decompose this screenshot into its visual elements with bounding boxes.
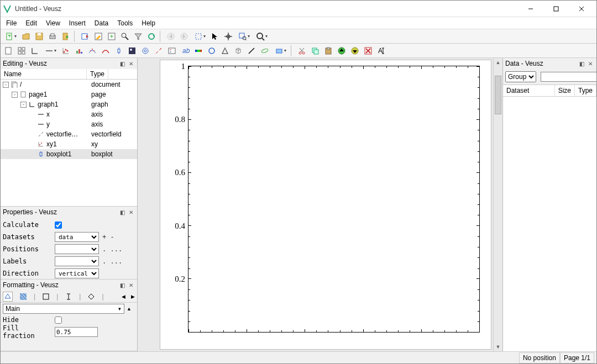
fmt-tab-border[interactable] <box>41 292 51 302</box>
fmt-tab-marker[interactable] <box>86 292 96 302</box>
undock-icon[interactable]: ◧ <box>118 60 126 67</box>
menu-tools[interactable]: Tools <box>114 18 136 28</box>
add-contour-icon[interactable] <box>139 45 151 57</box>
tree-row[interactable]: -/document <box>1 80 137 89</box>
import-data-button[interactable] <box>79 30 91 43</box>
new-doc-button[interactable]: + <box>2 30 19 43</box>
crosshair-button[interactable] <box>222 30 234 43</box>
delete-button[interactable] <box>362 45 374 57</box>
add-3d-icon[interactable] <box>232 45 244 57</box>
tree-row[interactable]: boxplot1boxplot <box>1 149 137 159</box>
tabs-scroll-right-icon[interactable]: ▶ <box>131 294 135 299</box>
move-up-button[interactable] <box>336 45 348 57</box>
move-down-button[interactable] <box>349 45 361 57</box>
tree-row[interactable]: vectorfie…vectorfield <box>1 129 137 139</box>
close-button[interactable] <box>569 1 594 17</box>
undock-icon[interactable]: ◧ <box>118 208 126 216</box>
menu-help[interactable]: Help <box>138 18 159 28</box>
add-line-icon[interactable] <box>245 45 258 57</box>
menu-insert[interactable]: Insert <box>66 18 89 28</box>
paste-button[interactable] <box>322 45 334 57</box>
svg-line-55 <box>156 51 158 54</box>
rename-button[interactable]: A <box>375 45 387 57</box>
prop-combo[interactable]: data <box>55 232 99 242</box>
fmt-input[interactable] <box>55 327 98 337</box>
prop-combo[interactable]: vertical <box>55 268 99 278</box>
export-button[interactable] <box>60 30 72 43</box>
add-image-icon[interactable] <box>126 45 138 57</box>
add-boxplot-icon[interactable] <box>113 45 125 57</box>
create-data-button[interactable]: + <box>106 30 118 43</box>
add-function-icon[interactable] <box>100 45 112 57</box>
svg-rect-43 <box>78 49 80 54</box>
zoom-graph-button[interactable] <box>235 30 252 43</box>
add-ellipse-icon[interactable] <box>206 45 218 57</box>
copy-button[interactable] <box>309 45 321 57</box>
data-search-input[interactable] <box>541 72 597 82</box>
close-panel-icon[interactable]: ✕ <box>586 60 594 67</box>
undock-icon[interactable]: ◧ <box>118 281 126 289</box>
fmt-tab-fill[interactable] <box>18 292 28 302</box>
add-bar-icon[interactable] <box>73 45 85 57</box>
print-button[interactable] <box>46 30 59 43</box>
svg-rect-1 <box>554 7 558 11</box>
filter-button[interactable] <box>132 30 144 43</box>
undock-icon[interactable]: ◧ <box>578 60 585 67</box>
add-xy-icon[interactable] <box>60 45 72 57</box>
close-panel-icon[interactable]: ✕ <box>127 60 135 67</box>
tree-row[interactable]: -page1page <box>1 89 137 99</box>
prop-label: Direction <box>3 270 53 277</box>
add-triangle-icon[interactable] <box>219 45 231 57</box>
menu-view[interactable]: View <box>43 18 64 28</box>
tree-row[interactable]: yaxis <box>1 119 137 129</box>
formatting-section-combo[interactable]: Main▾ <box>3 304 124 314</box>
add-grid-icon[interactable] <box>15 45 28 57</box>
close-panel-icon[interactable]: ✕ <box>127 208 135 216</box>
add-axis-icon[interactable] <box>42 45 59 57</box>
tabs-scroll-left-icon[interactable]: ◀ <box>122 294 125 299</box>
zoom-page-button[interactable] <box>253 30 270 43</box>
fmt-checkbox[interactable] <box>55 316 62 324</box>
cut-button[interactable] <box>296 45 308 57</box>
add-shape-icon[interactable] <box>272 45 289 57</box>
open-button[interactable] <box>20 30 32 43</box>
svg-rect-103 <box>43 294 49 299</box>
menu-file[interactable]: File <box>3 18 20 28</box>
widget-tree[interactable]: -/document-page1page-graph1graphxaxisyax… <box>1 80 137 206</box>
save-button[interactable] <box>33 30 45 43</box>
add-label-icon[interactable]: ab <box>179 45 191 57</box>
next-page-button[interactable] <box>178 30 190 43</box>
data-group-select[interactable]: Group <box>505 71 536 82</box>
maximize-button[interactable] <box>543 1 569 17</box>
add-fit-icon[interactable] <box>86 45 98 57</box>
capture-button[interactable] <box>119 30 131 43</box>
fmt-scroll-up-icon[interactable]: ▲ <box>127 306 132 312</box>
tree-row[interactable]: -graph1graph <box>1 99 137 109</box>
prop-checkbox[interactable] <box>55 221 62 229</box>
edit-data-button[interactable] <box>92 30 104 43</box>
plot-area[interactable]: 0.20.40.60.81 <box>188 66 480 333</box>
pointer-button[interactable] <box>209 30 221 43</box>
tree-row[interactable]: xaxis <box>1 109 137 119</box>
prop-combo[interactable] <box>55 244 99 254</box>
fmt-tab-main[interactable] <box>3 292 13 302</box>
add-colorbar-icon[interactable] <box>192 45 205 57</box>
add-key-icon[interactable] <box>166 45 178 57</box>
add-graph-icon[interactable] <box>29 45 41 57</box>
prop-combo[interactable] <box>55 256 99 266</box>
menu-data[interactable]: Data <box>91 18 112 28</box>
tree-row[interactable]: xy1xy <box>1 139 137 149</box>
reload-button[interactable] <box>145 30 158 43</box>
data-table-body[interactable] <box>503 97 596 351</box>
add-page-icon[interactable] <box>2 45 14 57</box>
prev-page-button[interactable] <box>165 30 177 43</box>
minimize-button[interactable] <box>518 1 543 17</box>
plot-viewport[interactable]: 0.20.40.60.81 ▲ ▼ <box>138 58 502 351</box>
menu-edit[interactable]: Edit <box>22 18 40 28</box>
add-covariance-icon[interactable] <box>259 45 271 57</box>
vertical-scrollbar[interactable]: ▲ ▼ <box>493 58 502 351</box>
close-panel-icon[interactable]: ✕ <box>127 281 135 289</box>
fmt-tab-whisker[interactable] <box>64 292 74 302</box>
add-vector-icon[interactable] <box>153 45 165 57</box>
select-mode-button[interactable] <box>191 30 208 43</box>
